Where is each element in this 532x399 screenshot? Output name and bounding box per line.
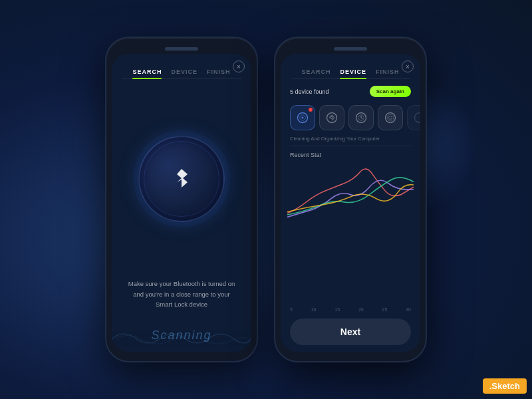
device-item-3[interactable] — [348, 105, 374, 130]
chart-area — [281, 161, 420, 307]
device-item-5[interactable] — [407, 105, 420, 130]
chart-label-4: 20 — [358, 307, 364, 312]
next-button[interactable]: Next — [290, 319, 411, 345]
tab-search-1[interactable]: SEARCH — [132, 68, 162, 79]
scan-again-button[interactable]: Scan again — [370, 86, 411, 97]
chart-label-2: 10 — [311, 307, 317, 312]
tab-finish-2[interactable]: FINISH — [376, 68, 400, 79]
svg-point-10 — [415, 113, 421, 123]
chart-labels: 5 10 15 20 25 30 — [281, 307, 420, 315]
close-button-2[interactable]: × — [402, 61, 414, 72]
notification-dot — [308, 107, 313, 112]
tab-finish-1[interactable]: FINISH — [207, 68, 231, 79]
tab-device-1[interactable]: DEVICE — [171, 68, 198, 79]
scanning-bar: Scanning — [112, 319, 251, 352]
svg-point-2 — [301, 116, 303, 118]
sketch-badge: .Sketch — [483, 378, 527, 394]
svg-point-3 — [327, 113, 337, 123]
tab-search-2[interactable]: SEARCH — [301, 68, 331, 79]
chart-svg — [287, 161, 414, 221]
svg-point-8 — [387, 114, 394, 121]
phone1-tabs: SEARCH DEVICE FINISH — [112, 54, 251, 79]
device-found-text: 5 device found — [290, 88, 329, 95]
devices-row — [281, 101, 420, 134]
chart-label-6: 30 — [406, 307, 411, 312]
phones-container: × SEARCH DEVICE FINISH Make sure your Bl… — [105, 37, 427, 362]
phone2: × SEARCH DEVICE FINISH 5 device found Sc… — [274, 37, 427, 362]
phone2-tabs: SEARCH DEVICE FINISH — [281, 54, 420, 79]
close-button-1[interactable]: × — [233, 61, 245, 72]
device-item-4[interactable] — [378, 105, 403, 130]
phone1: × SEARCH DEVICE FINISH Make sure your Bl… — [105, 37, 258, 362]
device-item-1[interactable] — [290, 105, 315, 130]
bluetooth-icon — [170, 165, 194, 193]
device-item-2[interactable] — [319, 105, 344, 130]
recent-stat-label: Recent Stat — [281, 146, 420, 161]
svg-point-4 — [331, 116, 332, 118]
chart-label-1: 5 — [290, 307, 293, 312]
tab-device-2[interactable]: DEVICE — [340, 68, 366, 79]
svg-point-9 — [389, 116, 392, 120]
chart-label-3: 15 — [334, 307, 340, 312]
bluetooth-instruction-text: Make sure your Bluetooth is turned on an… — [112, 279, 251, 319]
bluetooth-area — [112, 79, 251, 279]
chart-label-5: 25 — [382, 307, 388, 312]
scanning-label: Scanning — [151, 329, 211, 342]
device-found-row: 5 device found Scan again — [281, 79, 420, 101]
phone1-screen: × SEARCH DEVICE FINISH Make sure your Bl… — [112, 54, 251, 352]
cleaning-text: Cleaning And Organizing Your Computer — [281, 134, 420, 146]
phone2-screen: × SEARCH DEVICE FINISH 5 device found Sc… — [281, 54, 420, 352]
bluetooth-ring[interactable] — [138, 136, 225, 222]
